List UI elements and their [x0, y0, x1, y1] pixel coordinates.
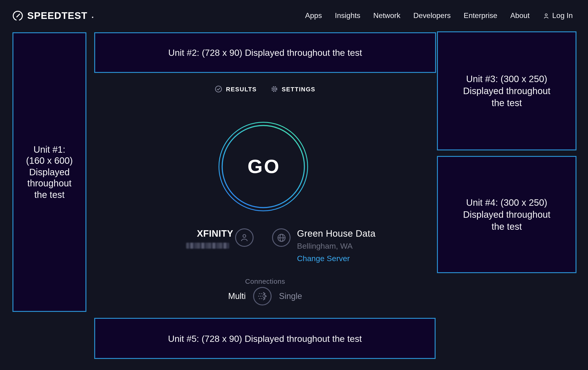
ad-unit-1[interactable]: Unit #1: (160 x 600) Displayed throughou… [12, 32, 86, 312]
tab-results[interactable]: RESULTS [215, 85, 257, 93]
ad-unit-5[interactable]: Unit #5: (728 x 90) Displayed throughout… [94, 318, 436, 359]
nav-item-apps[interactable]: Apps [299, 11, 328, 20]
gear-icon [271, 85, 278, 93]
connections-row: Multi Single [94, 287, 436, 305]
change-server-link[interactable]: Change Server [297, 254, 376, 263]
tab-settings[interactable]: SETTINGS [271, 85, 315, 93]
connections-label: Connections [94, 277, 436, 286]
server-location: Bellingham, WA [297, 241, 376, 251]
connections-toggle[interactable] [253, 287, 272, 305]
ad-unit-5-label: Unit #5: (728 x 90) Displayed throughout… [168, 333, 362, 344]
ad-unit-3[interactable]: Unit #3: (300 x 250) Displayed throughou… [437, 31, 577, 150]
speedtest-page: SPEEDTEST Apps Insights Network Develope… [0, 0, 588, 370]
tab-settings-label: SETTINGS [282, 86, 315, 92]
ad-unit-4-label: Unit #4: (300 x 250) Displayed throughou… [463, 197, 550, 232]
ad-unit-1-label: Unit #1: (160 x 600) Displayed throughou… [26, 144, 73, 200]
go-button[interactable]: GO [218, 121, 309, 212]
server-name: Green House Data [297, 228, 376, 239]
ad-unit-2[interactable]: Unit #2: (728 x 90) Displayed throughout… [94, 32, 436, 73]
tab-results-label: RESULTS [226, 86, 257, 92]
connections-mode-multi[interactable]: Multi [228, 291, 246, 301]
user-icon [543, 12, 549, 19]
globe-icon [276, 232, 287, 243]
nav-item-about[interactable]: About [504, 11, 536, 20]
ad-unit-3-label: Unit #3: (300 x 250) Displayed throughou… [463, 73, 550, 109]
person-icon [239, 232, 249, 243]
nav-item-developers[interactable]: Developers [407, 11, 457, 20]
login-button[interactable]: Log In [536, 11, 573, 20]
nav-item-network[interactable]: Network [367, 11, 407, 20]
speedtest-logo[interactable]: SPEEDTEST [12, 10, 94, 21]
isp-ip-redacted [186, 243, 229, 249]
ad-unit-4[interactable]: Unit #4: (300 x 250) Displayed throughou… [437, 156, 577, 273]
isp-person-badge [235, 228, 253, 247]
check-circle-icon [215, 85, 222, 93]
view-tabs: RESULTS SETTINGS [94, 82, 436, 96]
speedometer-icon [12, 10, 23, 21]
main-nav: Apps Insights Network Developers Enterpr… [299, 11, 573, 20]
nav-item-enterprise[interactable]: Enterprise [457, 11, 504, 20]
isp-name: XFINITY [157, 228, 233, 239]
go-label: GO [218, 121, 309, 212]
connections-mode-single[interactable]: Single [279, 291, 302, 301]
server-info: Green House Data Bellingham, WA Change S… [297, 228, 376, 263]
ad-unit-2-label: Unit #2: (728 x 90) Displayed throughout… [168, 47, 362, 58]
brand-name: SPEEDTEST [27, 10, 87, 21]
trademark-dot [92, 17, 94, 18]
multi-connections-icon [254, 287, 271, 305]
top-nav-bar: SPEEDTEST Apps Insights Network Develope… [0, 0, 588, 31]
server-globe-badge [272, 228, 291, 247]
login-label: Log In [552, 11, 573, 20]
nav-item-insights[interactable]: Insights [328, 11, 367, 20]
